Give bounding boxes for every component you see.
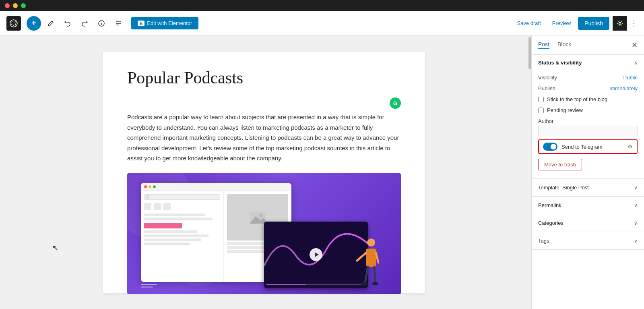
pending-review-checkbox[interactable] [538, 108, 544, 113]
video-panel [264, 222, 368, 288]
maximize-traffic-light[interactable] [21, 3, 26, 8]
publish-button[interactable]: Publish [578, 17, 609, 30]
block-pink [144, 223, 182, 228]
categories-label: Categories [538, 220, 564, 226]
send-to-telegram-label: Send to Telegram [561, 144, 603, 150]
post-body-text[interactable]: Podcasts are a popular way to learn abou… [127, 112, 401, 164]
svg-point-17 [361, 282, 367, 285]
post-image [127, 173, 401, 294]
categories-section[interactable]: Categories ∨ [532, 214, 644, 232]
video-progress-bar [264, 282, 368, 288]
template-section[interactable]: Template: Single Post ∨ [532, 179, 644, 197]
browser-close-dot [144, 185, 147, 188]
more-options-button[interactable]: ⋮ [630, 19, 638, 28]
undo-button[interactable] [60, 16, 75, 31]
publish-label: Publish [538, 85, 555, 91]
minimize-traffic-light[interactable] [13, 3, 18, 8]
author-section: Author [538, 116, 638, 138]
pending-review-label: Pending review [547, 107, 583, 113]
tab-post[interactable]: Post [538, 41, 549, 49]
block-line-1 [144, 214, 205, 216]
toolbar: + E Edit with Elementor [0, 11, 644, 35]
toolbar-right: Save draft Preview Publish ⋮ [513, 16, 638, 31]
edit-with-elementor-button[interactable]: E Edit with Elementor [131, 17, 198, 29]
publish-value[interactable]: Immediately [609, 85, 638, 91]
visibility-label: Visibility [538, 75, 557, 81]
svg-point-3 [101, 21, 102, 22]
cursor-indicator: ↖ [52, 243, 58, 252]
permalink-section[interactable]: Permalink ∨ [532, 197, 644, 214]
pen-button[interactable] [43, 16, 58, 31]
bottom-deco-lines [141, 284, 157, 288]
title-bar [0, 0, 644, 11]
svg-line-14 [376, 253, 378, 263]
save-draft-button[interactable]: Save draft [513, 18, 545, 29]
send-to-telegram-row: Send to Telegram ⚙ [538, 139, 638, 154]
stick-to-top-checkbox[interactable] [538, 97, 544, 102]
close-traffic-light[interactable] [5, 3, 10, 8]
right-line-3 [227, 250, 270, 253]
browser-min-dot [149, 185, 151, 188]
svg-rect-12 [366, 249, 376, 267]
info-button[interactable] [94, 16, 109, 31]
author-input[interactable] [538, 126, 638, 136]
tags-label: Tags [538, 238, 549, 244]
redo-button[interactable] [77, 16, 92, 31]
status-visibility-chevron-icon: ∧ [634, 60, 638, 66]
move-to-trash-button[interactable]: Move to trash [538, 159, 582, 170]
sidebar-close-button[interactable]: ✕ [632, 41, 638, 50]
main-layout: Popular Podcasts G Podcasts are a popula… [0, 35, 644, 309]
tags-chevron-icon: ∨ [634, 238, 638, 244]
permalink-label: Permalink [538, 202, 561, 208]
status-visibility-section: Status & visibility ∧ Visibility Public … [532, 55, 644, 179]
browser-left [141, 191, 224, 282]
send-to-telegram-toggle[interactable] [543, 143, 557, 151]
progress-track [266, 284, 365, 285]
sidebar-header: Post Block ✕ [532, 35, 644, 55]
post-editor[interactable]: Popular Podcasts G Podcasts are a popula… [103, 52, 425, 293]
visibility-value[interactable]: Public [623, 75, 638, 81]
browser-searchbar [144, 194, 220, 200]
grammarly-icon: G [390, 97, 401, 109]
person-figure [355, 234, 379, 294]
search-circle-icon [146, 195, 149, 199]
svg-point-18 [372, 282, 378, 285]
content-area[interactable]: Popular Podcasts G Podcasts are a popula… [0, 35, 528, 309]
tags-section[interactable]: Tags ∨ [532, 232, 644, 250]
stick-to-top-label: Stick to the top of the blog [547, 96, 607, 102]
nav-icon-2 [154, 203, 161, 210]
browser-blocks [144, 214, 220, 245]
elementor-badge: E [138, 21, 144, 26]
svg-line-13 [357, 253, 366, 261]
scrollbar-thumb[interactable] [528, 37, 531, 69]
preview-button[interactable]: Preview [548, 18, 575, 29]
publish-row: Publish Immediately [538, 83, 638, 94]
template-chevron-icon: ∨ [634, 185, 638, 191]
settings-gear-button[interactable] [613, 16, 627, 31]
status-visibility-body: Visibility Public Publish Immediately St… [532, 71, 644, 178]
pending-review-row: Pending review [538, 105, 638, 116]
browser-bar [141, 183, 291, 191]
add-block-button[interactable]: + [27, 16, 41, 31]
wordpress-logo [6, 16, 21, 31]
svg-line-15 [365, 267, 368, 283]
menu-button[interactable] [111, 16, 126, 31]
scrollbar-track[interactable] [528, 35, 531, 309]
progress-fill [266, 284, 306, 285]
svg-point-7 [619, 22, 621, 24]
tab-block[interactable]: Block [557, 41, 571, 49]
status-visibility-header[interactable]: Status & visibility ∧ [532, 55, 644, 71]
block-line-3 [144, 230, 197, 233]
categories-chevron-icon: ∨ [634, 220, 638, 226]
elementor-button-label: Edit with Elementor [147, 20, 192, 26]
author-label: Author [538, 118, 638, 124]
sidebar: Post Block ✕ Status & visibility ∧ Visib… [531, 35, 644, 309]
post-title[interactable]: Popular Podcasts [127, 68, 401, 88]
svg-point-11 [367, 238, 375, 247]
browser-max-dot [153, 185, 156, 188]
block-line-6 [144, 243, 190, 245]
block-line-5 [144, 238, 201, 241]
play-icon [315, 252, 319, 257]
telegram-gear-icon[interactable]: ⚙ [627, 143, 633, 150]
block-line-2 [144, 218, 213, 220]
